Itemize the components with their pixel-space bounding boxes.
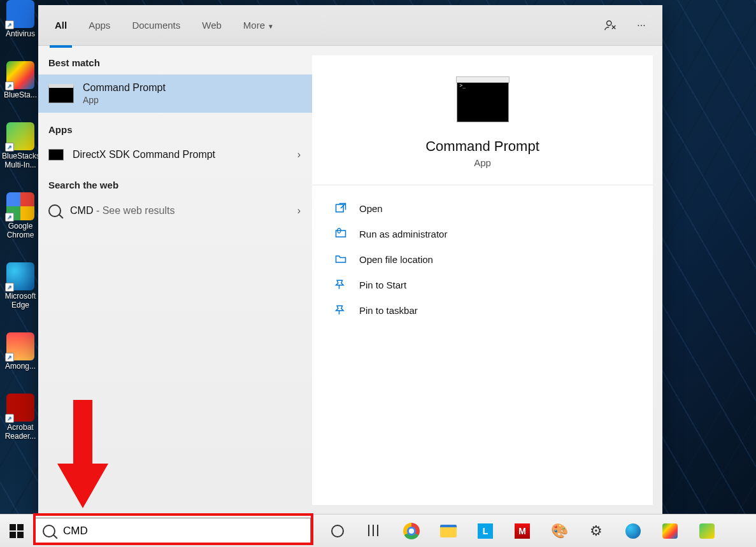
search-icon — [48, 204, 61, 217]
edge-icon — [625, 523, 641, 539]
cortana-button[interactable] — [329, 522, 346, 540]
more-options-icon[interactable]: ··· — [632, 16, 651, 35]
web-result-cmd[interactable]: CMD - See web results › — [38, 197, 312, 225]
search-web-heading: Search the web — [38, 168, 312, 197]
taskbar-explorer[interactable] — [439, 522, 457, 540]
action-label: Run as administrator — [359, 229, 447, 239]
desktop-icon-label: Acrobat Reader... — [5, 423, 36, 441]
action-pin-taskbar[interactable]: Pin to taskbar — [312, 297, 653, 323]
pin-icon — [334, 304, 348, 316]
search-results-column: Best match Command Prompt App Apps Direc… — [38, 46, 312, 515]
desktop-icon-amongus[interactable]: ↗Among... — [2, 332, 39, 371]
action-label: Pin to taskbar — [359, 305, 418, 316]
action-open[interactable]: Open — [312, 195, 653, 221]
bluestacks-icon — [662, 523, 678, 539]
taskbar-bluestacks[interactable] — [661, 522, 679, 540]
best-match-heading: Best match — [38, 46, 312, 75]
result-subtitle: App — [83, 95, 166, 105]
action-label: Open — [359, 203, 383, 214]
search-tabs: All Apps Documents Web More▼ ··· — [38, 5, 662, 46]
app-result-directx[interactable]: DirectX SDK Command Prompt › — [38, 141, 312, 168]
chevron-right-icon: › — [297, 149, 301, 160]
action-pin-start[interactable]: Pin to Start — [312, 272, 653, 297]
desktop-icons-column: ↗Antivirus ↗BlueSta... ↗BlueStacks Multi… — [2, 0, 39, 441]
result-detail-pane: Command Prompt App Open Run as administr… — [312, 55, 653, 505]
desktop-icon-label: BlueSta... — [4, 90, 37, 99]
search-icon — [43, 525, 55, 537]
action-run-admin[interactable]: Run as administrator — [312, 221, 653, 246]
cmd-icon — [48, 84, 74, 103]
feedback-icon[interactable] — [601, 16, 620, 35]
taskbar-edge[interactable] — [624, 522, 642, 540]
folder-icon — [334, 253, 348, 266]
taskbar-search-box[interactable] — [34, 518, 311, 544]
taskbar-settings[interactable]: ⚙ — [587, 522, 605, 540]
desktop-icon-label: Microsoft Edge — [5, 292, 36, 309]
desktop-icon-bluestacks[interactable]: ↗BlueSta... — [2, 61, 39, 99]
mcafee-icon: M — [515, 523, 530, 539]
desktop-icon-label: Among... — [5, 362, 36, 371]
apps-heading: Apps — [38, 113, 312, 141]
desktop-icon-edge[interactable]: ↗Microsoft Edge — [2, 262, 39, 309]
desktop-icon-label: BlueStacks Multi-In... — [2, 152, 40, 169]
folder-icon — [440, 525, 457, 537]
svg-point-0 — [607, 20, 611, 25]
task-view-icon — [368, 525, 381, 537]
result-title: DirectX SDK Command Prompt — [73, 149, 215, 160]
paint-icon: 🎨 — [551, 523, 568, 539]
taskbar-app-l[interactable]: L — [476, 522, 494, 540]
action-label: Open file location — [359, 254, 433, 265]
tab-all[interactable]: All — [50, 16, 72, 34]
svg-rect-1 — [336, 204, 344, 212]
tab-apps[interactable]: Apps — [83, 16, 115, 34]
cmd-icon — [457, 81, 509, 122]
taskbar-mcafee[interactable]: M — [513, 522, 531, 540]
start-search-panel: All Apps Documents Web More▼ ··· Best ma… — [38, 5, 662, 515]
result-title: CMD - See web results — [70, 205, 175, 217]
action-label: Pin to Start — [359, 280, 406, 290]
shield-icon — [334, 227, 348, 240]
best-match-result[interactable]: Command Prompt App — [38, 75, 312, 113]
start-button[interactable] — [0, 515, 33, 548]
windows-logo-icon — [10, 524, 24, 538]
desktop-icon-acrobat[interactable]: ↗Acrobat Reader... — [2, 394, 39, 441]
desktop-icon-label: Antivirus — [6, 29, 35, 38]
detail-subtitle: App — [474, 157, 491, 168]
action-open-location[interactable]: Open file location — [312, 246, 653, 272]
tab-more[interactable]: More▼ — [238, 16, 279, 34]
desktop-icon-bluestacks-multi[interactable]: ↗BlueStacks Multi-In... — [2, 122, 39, 169]
open-icon — [334, 202, 348, 215]
chevron-down-icon: ▼ — [267, 23, 274, 30]
tab-web[interactable]: Web — [197, 16, 227, 34]
gear-icon: ⚙ — [590, 523, 603, 539]
taskbar-chrome[interactable] — [403, 522, 420, 540]
pin-icon — [334, 278, 348, 291]
detail-title: Command Prompt — [425, 138, 539, 155]
search-input[interactable] — [63, 525, 303, 537]
result-title: Command Prompt — [83, 82, 166, 94]
desktop-icon-label: Google Chrome — [7, 222, 34, 239]
taskbar-bluestacks-multi[interactable] — [698, 522, 716, 540]
taskbar-paint[interactable]: 🎨 — [550, 522, 568, 540]
cmd-icon — [48, 149, 64, 160]
task-view-button[interactable] — [366, 522, 383, 540]
chrome-icon — [403, 523, 420, 539]
taskbar: L M 🎨 ⚙ — [0, 514, 756, 547]
bluestacks-multi-icon — [699, 523, 715, 539]
tab-documents[interactable]: Documents — [127, 16, 185, 34]
desktop-icon-antivirus[interactable]: ↗Antivirus — [2, 0, 39, 38]
chevron-right-icon: › — [297, 205, 301, 217]
app-l-icon: L — [478, 523, 493, 539]
circle-icon — [331, 525, 344, 537]
desktop-icon-chrome[interactable]: ↗Google Chrome — [2, 192, 39, 239]
